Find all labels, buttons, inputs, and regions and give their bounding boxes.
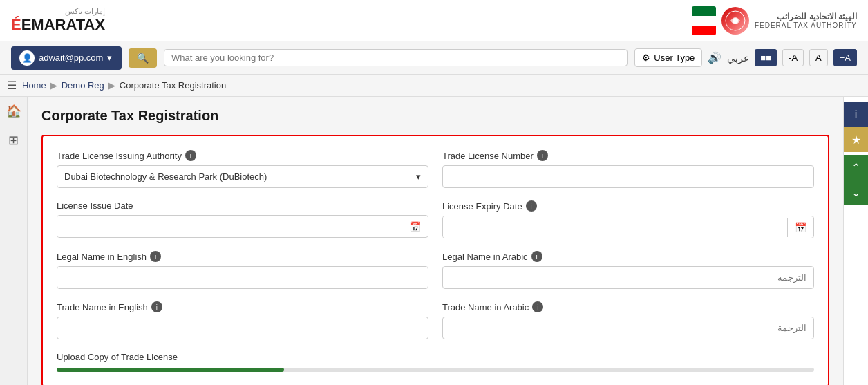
header-left: إمارات تاكس ÉEMARATAX bbox=[11, 7, 105, 34]
logo-text: EMARATAX bbox=[21, 16, 105, 33]
label-legal-en: Legal Name in English i bbox=[57, 251, 428, 262]
search-bar: 👤 adwait@pp.com ▾ 🔍 ⚙ User Type 🔊 عربي ■… bbox=[0, 41, 868, 75]
breadcrumb-home[interactable]: Home bbox=[22, 80, 46, 91]
main-content: Corporate Tax Registration Trade License… bbox=[28, 97, 843, 385]
legal-name-en-input[interactable]: Lgeal bbox=[57, 266, 428, 289]
user-type-label: User Type bbox=[654, 53, 695, 63]
breadcrumb-sep1: ▶ bbox=[50, 80, 57, 91]
label-authority-text: Trade License Issuing Authority bbox=[57, 151, 182, 161]
form-card: Trade License Issuing Authority i Dubai … bbox=[41, 135, 829, 385]
logo-main: ÉEMARATAX bbox=[11, 16, 105, 34]
svg-point-1 bbox=[733, 18, 738, 24]
label-license-number-text: Trade License Number bbox=[442, 151, 534, 161]
search-input[interactable] bbox=[171, 53, 620, 63]
gear-icon: ⚙ bbox=[642, 53, 650, 63]
info-icon-legal-ar[interactable]: i bbox=[531, 251, 542, 262]
breadcrumb: Home ▶ Demo Reg ▶ Corporate Tax Registra… bbox=[22, 80, 226, 91]
user-dropdown[interactable]: 👤 adwait@pp.com ▾ bbox=[11, 46, 122, 70]
label-trade-en: Trade Name in English i bbox=[57, 301, 428, 312]
issue-date-input[interactable]: 01/01/2021 bbox=[57, 216, 402, 237]
right-panel-arrow-down[interactable]: ⌄ bbox=[844, 180, 869, 205]
form-row-3: Legal Name in English i Lgeal Legal Name… bbox=[57, 251, 814, 289]
user-type-button[interactable]: ⚙ User Type bbox=[634, 48, 702, 67]
font-normal-button[interactable]: A bbox=[809, 49, 828, 66]
toolbar-right: ⚙ User Type 🔊 عربي ■■ -A A +A bbox=[634, 48, 857, 67]
info-icon-expiry[interactable]: i bbox=[526, 200, 537, 212]
uae-flag bbox=[692, 6, 716, 35]
expiry-date-input[interactable]: 01/01/2040 bbox=[443, 216, 787, 238]
font-large-button[interactable]: +A bbox=[833, 49, 857, 66]
arabic-button[interactable]: عربي bbox=[727, 53, 749, 64]
form-group-trade-en: Trade Name in English i Traders bbox=[57, 301, 428, 339]
label-trade-ar: Trade Name in Arabic i bbox=[442, 301, 814, 312]
breadcrumb-sep2: ▶ bbox=[108, 80, 115, 91]
form-group-license-number: Trade License Number i TRADE122 bbox=[442, 150, 814, 188]
label-legal-en-text: Legal Name in English bbox=[57, 252, 147, 262]
nav-bar: ☰ Home ▶ Demo Reg ▶ Corporate Tax Regist… bbox=[0, 75, 868, 97]
fta-circle-logo bbox=[721, 7, 749, 35]
form-group-legal-ar: Legal Name in Arabic i bbox=[442, 251, 814, 289]
expiry-date-wrap: 01/01/2040 📅 bbox=[442, 216, 814, 238]
upload-progress-bar bbox=[57, 368, 284, 372]
form-group-legal-en: Legal Name in English i Lgeal bbox=[57, 251, 428, 289]
label-authority: Trade License Issuing Authority i bbox=[57, 150, 428, 161]
form-row-2: License Issue Date 01/01/2021 📅 License … bbox=[57, 200, 814, 238]
side-nav: 🏠 ⊞ bbox=[0, 97, 28, 385]
header-right: الهيئة الاتحادية للضرائب FEDERAL TAX AUT… bbox=[692, 6, 857, 35]
fta-arabic-text: الهيئة الاتحادية للضرائب bbox=[755, 12, 857, 21]
fta-english-text: FEDERAL TAX AUTHORITY bbox=[755, 21, 857, 29]
label-trade-ar-text: Trade Name in Arabic bbox=[442, 302, 529, 312]
authority-value: Dubai Biotechnology & Research Park (DuB… bbox=[64, 171, 267, 182]
label-issue-date: License Issue Date bbox=[57, 200, 428, 211]
upload-label: Upload Copy of Trade License bbox=[57, 352, 814, 362]
license-number-input[interactable]: TRADE122 bbox=[442, 165, 814, 188]
label-license-number: Trade License Number i bbox=[442, 150, 814, 161]
contrast-button[interactable]: ■■ bbox=[755, 49, 777, 66]
sound-button[interactable]: 🔊 bbox=[708, 51, 721, 64]
right-panel-arrow-up[interactable]: ⌃ bbox=[844, 155, 869, 180]
home-side-icon[interactable]: 🏠 bbox=[6, 104, 21, 119]
label-legal-ar-text: Legal Name in Arabic bbox=[442, 252, 528, 262]
calendar-icon-expiry[interactable]: 📅 bbox=[787, 218, 813, 237]
hamburger-menu[interactable]: ☰ bbox=[7, 79, 17, 92]
form-row-1: Trade License Issuing Authority i Dubai … bbox=[57, 150, 814, 188]
label-expiry-date: License Expiry Date i bbox=[442, 200, 814, 212]
breadcrumb-current: Corporate Tax Registration bbox=[120, 80, 226, 91]
header: إمارات تاكس ÉEMARATAX الهيئة الاتحادية ل… bbox=[0, 0, 868, 41]
user-icon: 👤 bbox=[19, 50, 35, 66]
page-title: Corporate Tax Registration bbox=[41, 108, 829, 124]
upload-section: Upload Copy of Trade License bbox=[57, 352, 814, 372]
form-group-issue-date: License Issue Date 01/01/2021 📅 bbox=[57, 200, 428, 238]
grid-side-icon[interactable]: ⊞ bbox=[8, 133, 19, 148]
info-icon-license-number[interactable]: i bbox=[537, 150, 548, 161]
search-button[interactable]: 🔍 bbox=[129, 48, 157, 68]
label-expiry-date-text: License Expiry Date bbox=[442, 201, 522, 212]
user-email: adwait@pp.com bbox=[39, 53, 103, 63]
legal-name-ar-input[interactable] bbox=[442, 266, 814, 289]
form-row-4: Trade Name in English i Traders Trade Na… bbox=[57, 301, 814, 339]
info-icon-trade-ar[interactable]: i bbox=[532, 301, 543, 312]
form-group-expiry-date: License Expiry Date i 01/01/2040 📅 bbox=[442, 200, 814, 238]
search-input-wrap bbox=[164, 49, 628, 66]
calendar-icon-issue[interactable]: 📅 bbox=[402, 217, 428, 236]
layout-wrap: 🏠 ⊞ Corporate Tax Registration Trade Lic… bbox=[0, 97, 868, 385]
right-panel-star[interactable]: ★ bbox=[844, 127, 869, 152]
fta-logo: الهيئة الاتحادية للضرائب FEDERAL TAX AUT… bbox=[692, 6, 857, 35]
dropdown-chevron: ▾ bbox=[107, 53, 112, 63]
right-panel-info[interactable]: i bbox=[844, 102, 869, 127]
chevron-down-icon: ▾ bbox=[416, 171, 421, 182]
info-icon-legal-en[interactable]: i bbox=[150, 251, 161, 262]
info-icon-authority[interactable]: i bbox=[185, 150, 196, 161]
trade-name-ar-input[interactable] bbox=[442, 317, 814, 339]
logo-e: É bbox=[11, 16, 21, 33]
logo-wrap: إمارات تاكس ÉEMARATAX bbox=[11, 7, 105, 34]
font-small-button[interactable]: -A bbox=[782, 49, 804, 66]
right-panel: i ★ ⌃ ⌄ bbox=[843, 97, 868, 385]
breadcrumb-demo-reg[interactable]: Demo Reg bbox=[62, 80, 104, 91]
form-group-authority: Trade License Issuing Authority i Dubai … bbox=[57, 150, 428, 188]
form-group-trade-ar: Trade Name in Arabic i bbox=[442, 301, 814, 339]
authority-select[interactable]: Dubai Biotechnology & Research Park (DuB… bbox=[57, 165, 428, 188]
trade-name-en-input[interactable]: Traders bbox=[57, 317, 428, 339]
info-icon-trade-en[interactable]: i bbox=[151, 301, 162, 312]
upload-progress-wrap bbox=[57, 368, 814, 372]
